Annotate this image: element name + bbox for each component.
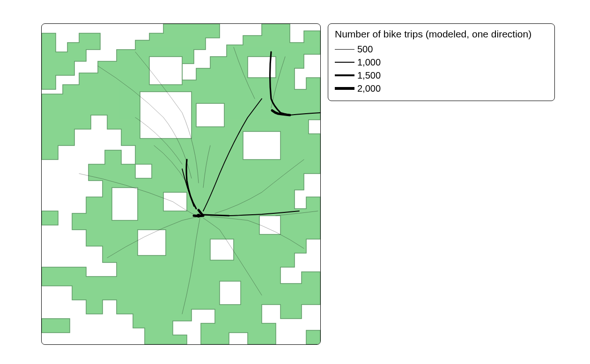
legend: Number of bike trips (modeled, one direc…: [328, 23, 555, 101]
svg-rect-9: [138, 230, 166, 255]
svg-rect-7: [220, 281, 241, 305]
svg-rect-1: [140, 92, 192, 138]
svg-rect-6: [210, 239, 234, 260]
legend-line-icon: [335, 87, 354, 90]
legend-line-icon: [335, 49, 354, 50]
svg-rect-12: [42, 319, 70, 333]
svg-rect-13: [306, 330, 320, 344]
legend-item: 1,500: [335, 69, 548, 82]
map-frame: [41, 23, 321, 345]
svg-rect-0: [149, 57, 182, 85]
legend-line-icon: [335, 74, 354, 76]
svg-rect-8: [259, 216, 280, 234]
svg-rect-3: [248, 57, 276, 78]
svg-rect-2: [196, 103, 224, 127]
legend-label: 1,500: [357, 70, 381, 81]
svg-rect-11: [42, 211, 58, 225]
legend-label: 2,000: [357, 83, 381, 94]
legend-item: 1,000: [335, 56, 548, 69]
legend-label: 1,000: [357, 57, 381, 68]
legend-label: 500: [357, 44, 373, 55]
map-svg: [42, 24, 320, 344]
region-layer: [42, 24, 320, 344]
svg-rect-5: [163, 192, 187, 211]
svg-point-14: [197, 214, 200, 218]
svg-rect-4: [243, 131, 280, 160]
legend-item: 500: [335, 43, 548, 56]
legend-item: 2,000: [335, 82, 548, 95]
legend-title: Number of bike trips (modeled, one direc…: [335, 29, 548, 40]
legend-line-icon: [335, 62, 354, 63]
svg-rect-10: [112, 188, 138, 220]
